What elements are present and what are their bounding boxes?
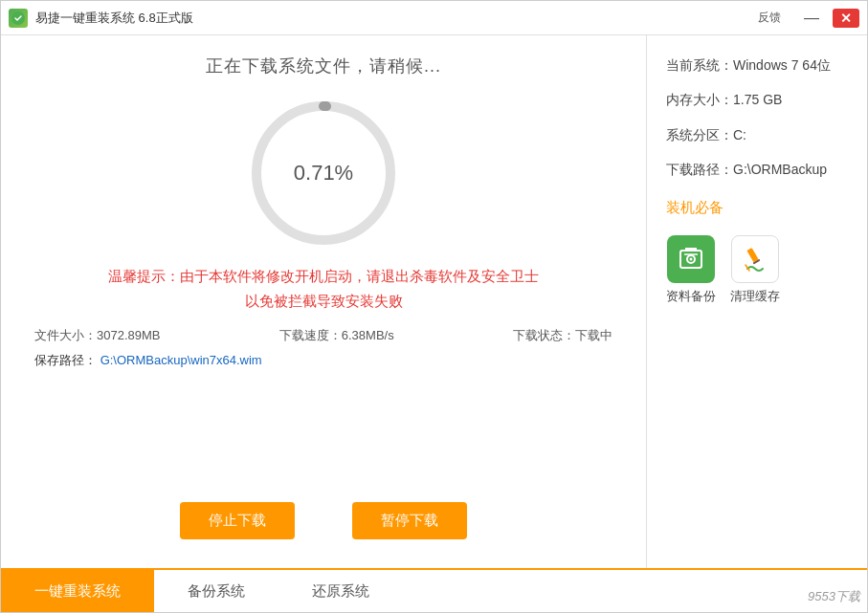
close-button[interactable]: ✕ [833,9,859,28]
save-path-label: 保存路径： [34,353,97,367]
tools-row: 资料备份 清理缓存 [666,235,848,305]
title-bar-left: 易捷一键重装系统 6.8正式版 [9,9,193,28]
download-path: 下载路径：G:\ORMBackup [666,159,848,180]
progress-percent: 0.71% [294,161,353,186]
tab-bar: 一键重装系统 备份系统 还原系统 [1,568,867,612]
essential-title: 装机必备 [666,199,848,217]
watermark: 9553下载 [808,588,860,605]
main-content: 正在下载系统文件，请稍候... 0.71% 温馨提示：由于本软件将修改开机启动，… [1,35,867,568]
tab-reinstall[interactable]: 一键重装系统 [1,570,154,612]
tab-restore[interactable]: 还原系统 [278,570,403,612]
minimize-button[interactable]: — [794,9,829,28]
title-bar: 易捷一键重装系统 6.8正式版 反馈 — ✕ [1,1,867,35]
warning-text: 温馨提示：由于本软件将修改开机启动，请退出杀毒软件及安全卫士 以免被拦截导致安装… [30,264,617,313]
backup-tool[interactable]: 资料备份 [666,235,716,305]
current-system: 当前系统：Windows 7 64位 [666,55,848,76]
circle-progress: 0.71% [247,97,400,250]
save-path-link[interactable]: G:\ORMBackup\win7x64.wim [100,353,262,367]
warning-line2: 以免被拦截导致安装失败 [245,293,403,309]
download-speed: 下载速度：6.38MB/s [279,327,394,344]
right-panel: 当前系统：Windows 7 64位 内存大小：1.75 GB 系统分区：C: … [647,35,867,568]
title-bar-controls: 反馈 — ✕ [748,8,859,28]
file-info: 文件大小：3072.89MB 下载速度：6.38MB/s 下载状态：下载中 [30,327,617,344]
memory-size: 内存大小：1.75 GB [666,89,848,110]
clean-tool[interactable]: 清理缓存 [730,235,780,305]
warning-line1: 温馨提示：由于本软件将修改开机启动，请退出杀毒软件及安全卫士 [108,268,539,284]
system-partition: 系统分区：C: [666,124,848,145]
download-status: 下载状态：下载中 [513,327,612,344]
progress-container: 0.71% [30,97,617,250]
save-path: 保存路径： G:\ORMBackup\win7x64.wim [30,352,617,369]
svg-rect-4 [746,248,758,262]
tab-backup[interactable]: 备份系统 [154,570,278,612]
button-row: 停止下载 暂停下载 [30,488,617,554]
app-title: 易捷一键重装系统 6.8正式版 [35,10,193,27]
svg-point-3 [690,257,693,260]
feedback-button[interactable]: 反馈 [748,8,790,28]
clean-icon [731,235,779,283]
clean-label: 清理缓存 [730,288,780,305]
stop-download-button[interactable]: 停止下载 [180,502,295,539]
backup-icon [667,235,715,283]
backup-label: 资料备份 [666,288,716,305]
left-panel: 正在下载系统文件，请稍候... 0.71% 温馨提示：由于本软件将修改开机启动，… [1,35,647,568]
download-title: 正在下载系统文件，请稍候... [30,55,617,77]
app-icon [9,9,28,28]
file-size: 文件大小：3072.89MB [34,327,161,344]
pause-download-button[interactable]: 暂停下载 [352,502,467,539]
